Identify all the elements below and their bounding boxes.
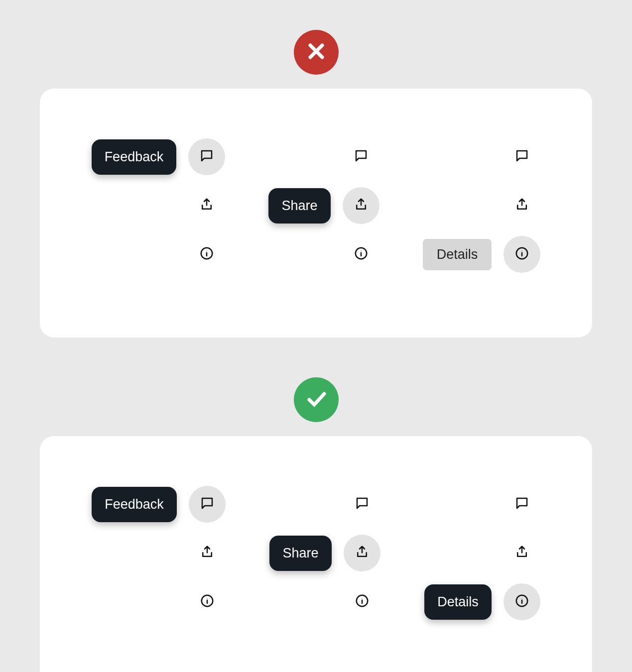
message-icon <box>355 496 370 513</box>
feedback-button[interactable] <box>344 486 380 523</box>
share-icon <box>514 545 529 561</box>
feedback-row <box>269 486 380 523</box>
feedback-row <box>423 138 541 175</box>
details-row <box>92 583 226 620</box>
message-icon <box>514 496 529 513</box>
share-button[interactable] <box>504 187 540 224</box>
good-example: Feedback <box>40 377 592 672</box>
feedback-tooltip: Feedback <box>92 139 177 175</box>
svg-point-14 <box>362 598 362 598</box>
share-icon <box>199 197 214 214</box>
feedback-row <box>424 486 540 523</box>
share-icon <box>200 545 215 561</box>
svg-point-8 <box>522 250 522 251</box>
bad-example: Feedback <box>40 30 592 337</box>
message-icon <box>354 148 369 165</box>
info-icon <box>514 246 529 263</box>
details-button[interactable] <box>188 236 225 273</box>
share-row <box>424 535 540 571</box>
share-row: Share <box>269 535 380 571</box>
icon-stack: Share <box>269 486 380 620</box>
details-tooltip: Details <box>424 584 492 620</box>
details-row: Details <box>424 583 540 620</box>
share-button[interactable] <box>343 187 379 224</box>
share-row <box>92 535 226 571</box>
share-button[interactable] <box>504 535 540 571</box>
feedback-row: Feedback <box>92 486 226 523</box>
message-icon <box>200 496 215 513</box>
bad-card: Feedback <box>40 89 592 337</box>
feedback-button[interactable] <box>343 138 379 175</box>
details-button[interactable] <box>343 236 379 273</box>
incorrect-indicator <box>294 30 339 75</box>
share-row <box>92 187 226 224</box>
check-icon <box>304 387 328 413</box>
share-icon <box>514 197 529 214</box>
svg-point-11 <box>207 598 207 598</box>
feedback-button[interactable] <box>189 486 226 523</box>
details-row <box>268 236 379 273</box>
x-icon <box>304 39 328 65</box>
svg-point-17 <box>521 598 522 598</box>
details-row <box>92 236 226 273</box>
feedback-tooltip: Feedback <box>92 487 177 522</box>
icon-stack: Feedback <box>92 486 226 620</box>
share-button[interactable] <box>344 535 380 571</box>
info-icon <box>355 593 370 610</box>
spacer <box>40 337 592 377</box>
icon-stack: Share <box>268 138 379 273</box>
share-tooltip: Share <box>268 188 330 224</box>
share-button[interactable] <box>189 535 226 571</box>
share-row <box>423 187 541 224</box>
share-tooltip: Share <box>269 536 331 571</box>
details-row <box>269 583 380 620</box>
svg-point-2 <box>207 250 207 251</box>
info-icon <box>354 246 369 263</box>
details-row: Details <box>423 236 541 273</box>
feedback-button[interactable] <box>504 486 540 523</box>
icon-stack: Feedback <box>92 138 226 273</box>
correct-indicator <box>294 377 339 422</box>
feedback-button[interactable] <box>188 138 225 175</box>
info-icon <box>514 593 529 610</box>
info-icon <box>199 246 214 263</box>
info-icon <box>200 593 215 610</box>
share-button[interactable] <box>188 187 225 224</box>
feedback-row: Feedback <box>92 138 226 175</box>
good-card: Feedback <box>40 436 592 672</box>
details-button[interactable] <box>504 236 540 273</box>
message-icon <box>199 148 214 165</box>
details-button[interactable] <box>344 583 380 620</box>
share-row: Share <box>268 187 379 224</box>
details-button[interactable] <box>189 583 226 620</box>
share-icon <box>355 545 370 561</box>
feedback-row <box>268 138 379 175</box>
svg-point-5 <box>361 250 361 251</box>
icon-stack: Details <box>423 138 541 273</box>
details-button[interactable] <box>504 583 540 620</box>
details-tooltip-inconsistent: Details <box>423 239 492 270</box>
share-icon <box>354 197 369 214</box>
message-icon <box>514 148 529 165</box>
icon-stack: Details <box>424 486 540 620</box>
feedback-button[interactable] <box>504 138 540 175</box>
